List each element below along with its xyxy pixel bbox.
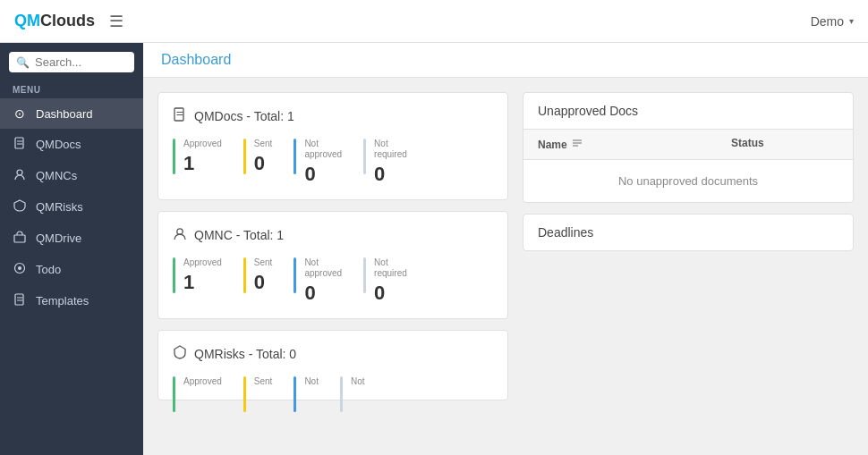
qmdocs-stats: Approved 1 Sent 0 Notapproved 0 (173, 139, 493, 185)
user-label: Demo (811, 14, 844, 29)
col-status-header: Status (731, 137, 838, 152)
hamburger-icon[interactable]: ☰ (109, 12, 123, 31)
stat-value: 0 (254, 272, 273, 293)
page-title: Dashboard (161, 52, 231, 67)
sidebar-item-label: Todo (36, 263, 61, 276)
stat-label: Approved (183, 257, 222, 268)
left-column: QMDocs - Total: 1 Approved 1 Sent 0 (157, 92, 508, 441)
stat-bar-yellow (243, 139, 246, 174)
svg-point-3 (17, 170, 22, 175)
stat-approved: Approved (173, 376, 243, 391)
sidebar-item-dashboard[interactable]: ⊙ Dashboard (0, 98, 143, 129)
stat-bar-gray (340, 376, 343, 412)
stat-value: 0 (254, 153, 273, 174)
page-header: Dashboard (143, 43, 868, 78)
stat-label: Not (304, 376, 319, 387)
qmrisks-icon (13, 199, 27, 215)
layout: 🔍 MENU ⊙ Dashboard QMDocs QMNCs QMRisks (0, 43, 868, 455)
stat-not-required: Notrequired 0 (363, 139, 429, 185)
sidebar-item-qmncs[interactable]: QMNCs (0, 160, 143, 191)
qmdrive-icon (13, 231, 27, 246)
qmdocs-icon (13, 137, 27, 152)
stat-label: Sent (254, 376, 273, 387)
sidebar-item-templates[interactable]: Templates (0, 285, 143, 316)
unapproved-docs-empty: No unapproved documents (523, 160, 853, 202)
stat-bar-yellow (243, 257, 246, 293)
qmdocs-card: QMDocs - Total: 1 Approved 1 Sent 0 (157, 92, 508, 200)
qmdocs-card-icon (173, 107, 187, 124)
stat-value: 0 (374, 282, 407, 304)
stat-bar-yellow (243, 376, 246, 412)
stat-bar-blue (294, 139, 296, 174)
sidebar-item-label: Templates (36, 294, 89, 308)
qmnc-stats: Approved 1 Sent 0 Notapproved 0 (173, 257, 493, 304)
deadlines-panel: Deadlines (523, 214, 854, 251)
logo-clouds: Clouds (40, 12, 95, 30)
qmncs-icon (13, 168, 27, 183)
svg-point-13 (177, 229, 183, 234)
svg-rect-4 (14, 235, 25, 242)
sidebar-item-label: QMNCs (36, 169, 77, 182)
stat-approved: Approved 1 (173, 257, 243, 304)
stat-sent: Sent (243, 376, 294, 391)
stat-not: Not (294, 376, 340, 391)
stat-value: 0 (374, 164, 407, 185)
stat-value: 1 (183, 272, 222, 293)
qmrisks-card-title: QMRisks - Total: 0 (194, 347, 296, 361)
search-input[interactable] (35, 55, 127, 69)
stat-value: 1 (183, 153, 222, 174)
stat-label: Not (351, 376, 365, 387)
stat-label: Sent (254, 257, 273, 268)
stat-bar-gray (363, 139, 366, 174)
sidebar: 🔍 MENU ⊙ Dashboard QMDocs QMNCs QMRisks (0, 43, 143, 455)
search-icon: 🔍 (16, 56, 30, 69)
topbar: QM Clouds ☰ Demo ▾ (0, 0, 868, 43)
sort-icon[interactable] (571, 137, 583, 152)
stat-value: 0 (304, 282, 342, 304)
stat-bar-green (173, 257, 175, 293)
sidebar-item-qmrisks[interactable]: QMRisks (0, 191, 143, 223)
sidebar-item-label: QMRisks (36, 200, 83, 214)
stat-bar-gray (363, 257, 366, 293)
logo: QM Clouds (14, 12, 95, 30)
stat-label: Approved (183, 376, 222, 387)
sidebar-item-qmdocs[interactable]: QMDocs (0, 129, 143, 160)
stat-label: Notrequired (374, 139, 407, 160)
sidebar-item-label: QMDocs (36, 138, 81, 151)
qmdocs-card-header: QMDocs - Total: 1 (173, 107, 493, 124)
stat-bar-blue (294, 376, 296, 412)
stat-label: Notapproved (304, 139, 342, 160)
menu-label: MENU (0, 78, 143, 98)
sidebar-item-label: QMDrive (36, 232, 81, 245)
chevron-down-icon: ▾ (849, 16, 854, 26)
stat-value: 0 (304, 164, 342, 185)
todo-icon (13, 262, 27, 277)
stat-bar-blue (294, 257, 296, 293)
stat-sent: Sent 0 (243, 257, 294, 304)
unapproved-docs-title: Unapproved Docs (523, 93, 853, 130)
qmrisks-card-header: QMRisks - Total: 0 (173, 345, 493, 362)
unapproved-docs-panel: Unapproved Docs Name Status No unapprove… (523, 92, 854, 203)
stat-bar-green (173, 376, 175, 412)
sidebar-item-label: Dashboard (36, 107, 93, 121)
stat-not-required: Notrequired 0 (363, 257, 429, 304)
user-menu[interactable]: Demo ▾ (811, 14, 854, 29)
content-area: QMDocs - Total: 1 Approved 1 Sent 0 (143, 78, 868, 455)
sidebar-item-todo[interactable]: Todo (0, 254, 143, 285)
stat-not-approved: Notapproved 0 (294, 257, 363, 304)
qmrisks-card-icon (173, 345, 187, 362)
dashboard-icon: ⊙ (13, 106, 27, 121)
stat-label: Sent (254, 139, 273, 149)
search-area: 🔍 (0, 43, 143, 78)
qmnc-card-icon (173, 226, 187, 243)
stat-bar-green (173, 139, 175, 174)
svg-point-6 (18, 266, 21, 270)
sidebar-item-qmdrive[interactable]: QMDrive (0, 223, 143, 254)
topbar-left: QM Clouds ☰ (14, 12, 123, 31)
stat-label: Notapproved (304, 257, 342, 279)
right-column: Unapproved Docs Name Status No unapprove… (523, 92, 854, 441)
stat-label: Approved (183, 139, 222, 149)
main: Dashboard QMDocs - Total: 1 (143, 43, 868, 455)
stat-approved: Approved 1 (173, 139, 243, 185)
qmrisks-card: QMRisks - Total: 0 Approved Sent (157, 330, 508, 400)
